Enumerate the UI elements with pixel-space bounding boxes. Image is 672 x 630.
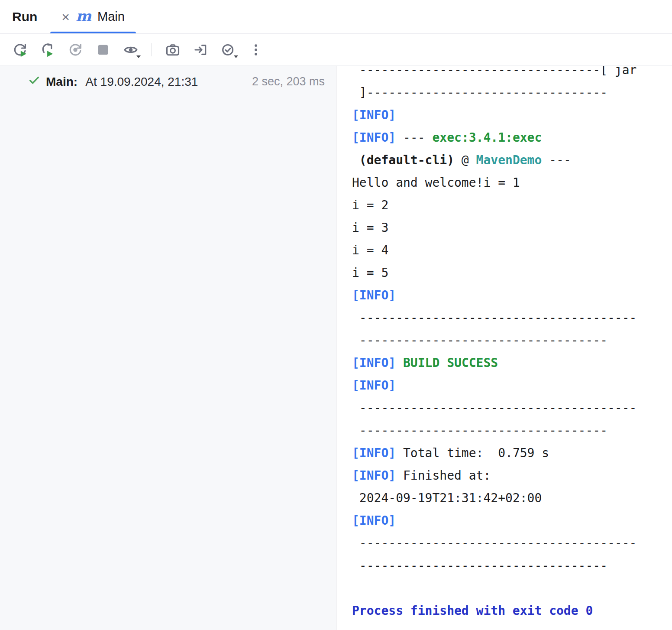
console-text-segment: -------------------------------------- — [352, 536, 636, 550]
rerun-debug-icon[interactable] — [37, 39, 58, 60]
console-text-segment: ---------------------------------- — [352, 559, 607, 573]
console-text-segment: Finished at: — [396, 468, 491, 483]
console-text-segment: --- — [396, 130, 432, 145]
toolwindow-title: Run — [0, 0, 49, 33]
console-text-segment: exec:3.4.1:exec — [432, 130, 542, 145]
tab-label: Main — [97, 10, 125, 24]
console-line: -------------------------------------- — [352, 307, 672, 329]
console-text-segment: MavenDemo — [476, 153, 542, 167]
import-result-icon[interactable] — [190, 39, 211, 60]
console-text-segment: @ — [454, 153, 476, 167]
thread-dump-icon[interactable] — [162, 39, 183, 60]
console-text-segment: ]--------------------------------- — [352, 85, 607, 100]
console-text-segment: ---------------------------------[ jar — [352, 66, 636, 77]
console-line: [INFO] — [352, 284, 672, 307]
test-history-icon[interactable] — [218, 39, 239, 60]
console-text-segment — [396, 356, 403, 370]
success-check-icon — [28, 74, 41, 90]
console-line: [INFO] — [352, 510, 672, 532]
console-text-segment: ---------------------------------- — [352, 423, 607, 438]
run-item-name: Main: — [46, 75, 78, 89]
console-line: [INFO] --- exec:3.4.1:exec — [352, 127, 672, 149]
console-line — [352, 577, 672, 600]
console-line: [INFO] Finished at: — [352, 464, 672, 487]
console-line: 2024-09-19T21:31:42+02:00 — [352, 487, 672, 510]
console-line: (default-cli) @ MavenDemo --- — [352, 149, 672, 172]
console-text-segment: [INFO] — [352, 446, 396, 460]
run-toolbar — [0, 34, 672, 66]
console-text-segment: i = 5 — [352, 266, 388, 280]
console-line: [INFO] — [352, 104, 672, 127]
console-text-segment: [INFO] — [352, 130, 396, 145]
console-line: ---------------------------------- — [352, 555, 672, 577]
console-text-segment: (default-cli) — [359, 153, 454, 167]
console-text-segment — [352, 153, 359, 167]
console-line: [INFO] — [352, 374, 672, 397]
console-line: Process finished with exit code 0 — [352, 600, 672, 622]
console-text-segment: -------------------------------------- — [352, 311, 636, 325]
console-line: [INFO] Total time: 0.759 s — [352, 442, 672, 464]
console-line: ---------------------------------- — [352, 419, 672, 442]
restart-icon[interactable] — [65, 39, 86, 60]
console-line: i = 5 — [352, 262, 672, 284]
console-line: i = 4 — [352, 239, 672, 262]
active-tab-indicator — [50, 32, 136, 33]
console-text-segment: -------------------------------------- — [352, 401, 636, 415]
console-line: ---------------------------------[ jar — [352, 66, 672, 81]
maven-icon: m — [76, 9, 91, 25]
console-line: -------------------------------------- — [352, 397, 672, 419]
console-text-segment: Total time: 0.759 s — [396, 446, 549, 460]
console-line: -------------------------------------- — [352, 532, 672, 555]
more-options-icon[interactable] — [246, 39, 266, 60]
console-line: i = 2 — [352, 194, 672, 217]
rerun-icon[interactable] — [10, 39, 30, 60]
run-toolwindow-body: Main: At 19.09.2024, 21:31 2 sec, 203 ms… — [0, 66, 672, 630]
console-text-segment: [INFO] — [352, 356, 396, 370]
run-item-duration: 2 sec, 203 ms — [252, 75, 325, 88]
console-text-segment: i = 2 — [352, 198, 388, 212]
console-text-segment: [INFO] — [352, 288, 396, 302]
console-line: [INFO] BUILD SUCCESS — [352, 352, 672, 374]
console-text-segment: BUILD SUCCESS — [403, 356, 498, 370]
console-content: ---------------------------------[ jar ]… — [352, 66, 672, 622]
console-line: Hello and welcome!i = 1 — [352, 172, 672, 194]
preview-options-icon[interactable] — [120, 39, 141, 60]
console-output[interactable]: ---------------------------------[ jar ]… — [336, 66, 672, 630]
console-text-segment: [INFO] — [352, 513, 396, 528]
tab-main[interactable]: × m Main — [49, 0, 137, 33]
console-text-segment: ---------------------------------- — [352, 333, 607, 347]
console-text-segment: i = 3 — [352, 221, 388, 235]
console-line: ]--------------------------------- — [352, 81, 672, 104]
console-text-segment: --- — [542, 153, 571, 167]
console-line: i = 3 — [352, 217, 672, 239]
console-text-segment: 2024-09-19T21:31:42+02:00 — [352, 491, 542, 505]
console-text-segment: [INFO] — [352, 108, 396, 122]
console-text-segment: i = 4 — [352, 243, 388, 257]
console-text-segment: Process finished with exit code 0 — [352, 604, 593, 618]
console-text-segment: Hello and welcome!i = 1 — [352, 175, 520, 190]
console-text-segment: [INFO] — [352, 468, 396, 483]
run-toolwindow-header: Run × m Main — [0, 0, 672, 34]
tab-close-icon[interactable]: × — [61, 10, 70, 24]
run-list-item[interactable]: Main: At 19.09.2024, 21:31 2 sec, 203 ms — [0, 66, 336, 90]
run-history-panel: Main: At 19.09.2024, 21:31 2 sec, 203 ms — [0, 66, 336, 630]
toolbar-separator — [152, 43, 152, 56]
console-line: ---------------------------------- — [352, 329, 672, 352]
console-text-segment: [INFO] — [352, 378, 396, 393]
stop-icon[interactable] — [93, 39, 113, 60]
run-item-timestamp: At 19.09.2024, 21:31 — [83, 75, 198, 89]
